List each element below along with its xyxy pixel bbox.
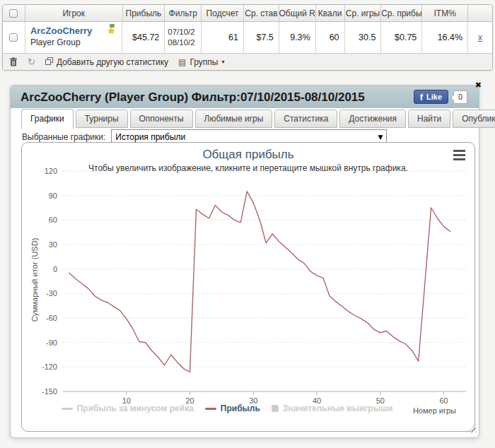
column-header[interactable]: Прибыль [123, 5, 165, 21]
add-statistic-button[interactable]: Добавить другую статистику [45, 57, 168, 67]
row-checkbox[interactable] [9, 33, 18, 42]
svg-text:60: 60 [439, 396, 448, 405]
column-header[interactable]: Ср. игры [345, 5, 382, 21]
svg-text:0: 0 [53, 265, 57, 273]
tab-opponents[interactable]: Оппоненты [130, 110, 193, 128]
svg-text:60: 60 [49, 216, 57, 224]
filter-cell: 07/10/2 08/10/2 [165, 22, 202, 53]
player-detail-panel: ArcZooCherry (Player Group) Фильтр:07/10… [10, 85, 479, 438]
player-stats-table: ИгрокПрибыльФильтрПодсчетСр. ставОбщий R… [2, 4, 493, 71]
table-header-row: ИгрокПрибыльФильтрПодсчетСр. ставОбщий R… [3, 5, 492, 22]
chart-menu-icon[interactable] [453, 150, 465, 163]
player-group-label: Player Group [25, 36, 122, 47]
avg-profit-cell: $0.75 [381, 22, 422, 53]
tabs: ГрафикиТурнирыОппонентыЛюбимые игрыСтати… [21, 108, 479, 128]
panel-header: ArcZooCherry (Player Group) Фильтр:07/10… [11, 86, 479, 108]
svg-text:-120: -120 [42, 362, 57, 371]
svg-text:120: 120 [45, 167, 57, 175]
chart-legend: Прибыль за минусом рейкаПрибыльЗначитель… [22, 403, 432, 413]
svg-text:-30: -30 [46, 289, 57, 297]
y-axis-title: Суммарный итог (USD) [30, 223, 39, 336]
facebook-like-count: 0 [453, 90, 467, 104]
chart-select-label: Выбранные графики: [22, 132, 105, 142]
chevron-down-icon: ▾ [221, 59, 224, 65]
total-r-cell: 9.3% [279, 22, 316, 53]
profit-chart: Общая прибыль Чтобы увеличить изображени… [21, 142, 475, 432]
column-header[interactable]: Квали [316, 5, 345, 21]
header-select-all[interactable] [3, 5, 25, 21]
legend-swatch [272, 405, 279, 412]
column-header[interactable]: ITM% [422, 5, 468, 21]
remove-row-link[interactable]: x [478, 33, 482, 42]
panel-title: ArcZooCherry (Player Group) Фильтр:07/10… [11, 86, 479, 105]
facebook-like-widget: f Like 0 [414, 90, 467, 104]
table-toolbar: ↻ Добавить другую статистику ▤ Группы ▾ [3, 54, 492, 70]
svg-text:30: 30 [49, 240, 57, 249]
delete-icon[interactable] [9, 57, 18, 66]
legend-swatch [62, 408, 73, 410]
avg-games-cell: 30.5 [345, 22, 382, 53]
tab-publish[interactable]: Опубликовать [453, 110, 495, 128]
profit-cell: $45.72 [122, 22, 165, 53]
legend-item[interactable]: Значительные выигрыши [272, 403, 393, 413]
column-header [468, 5, 492, 21]
svg-text:-90: -90 [46, 338, 57, 347]
avg-stake-cell: $7.5 [244, 22, 279, 53]
select-all-checkbox[interactable] [9, 9, 18, 18]
chart-plot-area[interactable]: 1209060300-30-60-90-120-150102030405060 [22, 143, 474, 431]
itm-cell: 16.4% [422, 22, 468, 53]
groups-button[interactable]: ▤ Группы ▾ [178, 57, 224, 67]
tab-statistics[interactable]: Статистика [274, 110, 337, 128]
table-row: ArcZooCherry ★ Player Group $45.72 07/10… [3, 22, 492, 54]
column-header[interactable]: Ср. став [244, 5, 279, 21]
refresh-icon[interactable]: ↻ [28, 57, 35, 66]
legend-swatch [205, 408, 216, 410]
player-cell: ArcZooCherry ★ Player Group [25, 22, 123, 53]
groups-icon: ▤ [178, 58, 186, 66]
tab-achievements[interactable]: Достижения [339, 110, 406, 128]
player-name-link[interactable]: ArcZooCherry [30, 25, 92, 36]
facebook-icon: f [420, 92, 423, 102]
copy-icon [45, 57, 53, 67]
legend-item[interactable]: Прибыль за минусом рейка [62, 403, 194, 413]
svg-text:-60: -60 [46, 314, 57, 322]
column-header[interactable]: Игрок [25, 5, 123, 21]
tab-find[interactable]: Найти [408, 110, 450, 128]
quali-cell: 60 [316, 22, 345, 53]
count-cell: 61 [202, 22, 244, 53]
column-header[interactable]: Общий R [279, 5, 316, 21]
column-header[interactable]: Подсчет [202, 5, 244, 21]
select-caret-icon: ▼ [378, 134, 383, 141]
column-header[interactable]: Фильтр [165, 5, 202, 21]
legend-item[interactable]: Прибыль [205, 403, 260, 413]
svg-text:-150: -150 [42, 387, 57, 396]
tab-graphs[interactable]: Графики [21, 109, 74, 129]
tab-favorite-games[interactable]: Любимые игры [195, 110, 273, 128]
facebook-like-button[interactable]: f Like [414, 90, 448, 104]
svg-text:90: 90 [49, 191, 57, 200]
column-header[interactable]: Ср. прибы [381, 5, 422, 21]
tab-tournaments[interactable]: Турниры [76, 110, 128, 128]
close-icon[interactable]: ✖ [475, 81, 482, 90]
star-badge-icon: ★ [107, 25, 117, 36]
